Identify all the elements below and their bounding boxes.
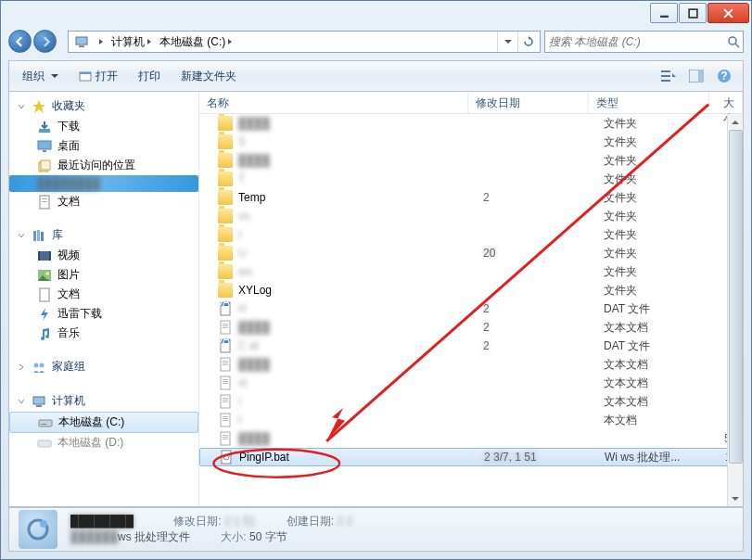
computer-icon — [32, 394, 46, 409]
address-dropdown[interactable] — [497, 32, 517, 52]
video-icon — [37, 248, 52, 263]
new-folder-button[interactable]: 新建文件夹 — [173, 65, 244, 88]
document-icon — [37, 195, 52, 210]
titlebar — [1, 1, 751, 27]
nav-buttons — [8, 29, 64, 55]
sidebar-computer-header[interactable]: 计算机 — [9, 390, 198, 412]
maximize-button[interactable] — [679, 3, 707, 23]
sidebar-item-pictures[interactable]: 图片 — [9, 265, 198, 285]
col-date[interactable]: 修改日期 — [468, 92, 589, 113]
svg-rect-3 — [79, 45, 84, 47]
file-row[interactable]: ████2文本文档 — [199, 318, 743, 337]
file-row[interactable]: Temp2文件夹 — [199, 188, 743, 207]
svg-rect-55 — [223, 383, 228, 384]
nav-row: 计算机 本地磁盘 (C:) — [8, 27, 744, 57]
svg-rect-21 — [42, 201, 47, 202]
svg-rect-67 — [223, 439, 228, 439]
refresh-button[interactable] — [517, 32, 538, 52]
forward-button[interactable] — [33, 30, 57, 53]
sidebar-item-desktop[interactable]: 桌面 — [9, 136, 198, 156]
file-row[interactable]: vo文件夹 — [199, 207, 743, 225]
crumb-drive[interactable]: 本地磁盘 (C:) — [156, 32, 236, 52]
sidebar: 收藏夹 下载 桌面 最近访问的位置 ████████ 文档 库 视频 图片 文档… — [9, 92, 199, 506]
crumb-sep[interactable] — [93, 32, 108, 52]
file-row[interactable]: I文本文档 — [199, 392, 743, 411]
file-row[interactable]: t文件夹 — [199, 225, 743, 244]
minimize-button[interactable] — [650, 3, 678, 23]
svg-rect-15 — [38, 141, 51, 149]
sidebar-item-hidden[interactable]: ████████ — [9, 175, 198, 192]
file-row[interactable]: ████文件夹 — [199, 114, 743, 133]
sidebar-item-documents[interactable]: 文档 — [9, 192, 198, 211]
file-row[interactable]: ████文件夹 — [199, 151, 743, 170]
sidebar-item-videos[interactable]: 视频 — [9, 246, 198, 265]
sidebar-favorites-header[interactable]: 收藏夹 — [9, 95, 198, 117]
svg-rect-51 — [223, 364, 228, 365]
scroll-up-button[interactable] — [728, 114, 743, 130]
help-button[interactable]: ? — [711, 65, 737, 87]
search-icon[interactable] — [724, 35, 743, 48]
svg-rect-42 — [223, 324, 228, 325]
file-row[interactable]: ████54 — [199, 429, 743, 448]
scroll-down-button[interactable] — [728, 490, 743, 506]
sidebar-item-recent[interactable]: 最近访问的位置 — [9, 156, 198, 175]
sidebar-item-downloads[interactable]: 下载 — [9, 117, 198, 136]
back-button[interactable] — [8, 30, 32, 53]
svg-point-29 — [45, 272, 49, 275]
file-row[interactable]: t本文档 — [199, 411, 743, 429]
svg-rect-34 — [36, 405, 42, 407]
svg-point-4 — [729, 37, 736, 45]
svg-point-31 — [34, 363, 39, 367]
search-input[interactable] — [545, 35, 724, 48]
crumb-computer[interactable]: 计算机 — [108, 32, 156, 52]
svg-rect-18 — [41, 160, 50, 170]
file-row[interactable]: DATC at2DAT 文件 — [199, 337, 743, 355]
svg-text:DAT: DAT — [218, 338, 233, 346]
drive-icon — [38, 415, 53, 430]
sidebar-item-thunder[interactable]: 迅雷下载 — [9, 304, 198, 324]
homegroup-icon — [32, 360, 46, 375]
sidebar-homegroup-header[interactable]: 家庭组 — [9, 356, 198, 377]
col-name[interactable]: 名称 — [199, 92, 468, 113]
col-size[interactable]: 大小 — [709, 92, 743, 113]
file-row[interactable]: DATH2DAT 文件 — [199, 299, 743, 318]
organize-button[interactable]: 组织 — [15, 65, 66, 88]
sidebar-library-header[interactable]: 库 — [9, 224, 198, 246]
svg-rect-37 — [38, 440, 51, 447]
svg-rect-9 — [661, 80, 670, 82]
drive-icon — [37, 436, 52, 451]
open-button[interactable]: 打开 — [71, 65, 125, 88]
vertical-scrollbar[interactable] — [727, 114, 743, 506]
star-icon — [32, 99, 46, 114]
svg-rect-33 — [33, 397, 45, 404]
sidebar-item-music[interactable]: 音乐 — [9, 324, 198, 343]
col-type[interactable]: 类型 — [589, 92, 709, 113]
file-row-selected[interactable]: PingIP.bat2 3/7, 1 51Wi ws 批处理...1 K — [199, 448, 743, 466]
column-headers: 名称 修改日期 类型 大小 — [199, 92, 743, 114]
sidebar-item-docs[interactable]: 文档 — [9, 285, 198, 304]
explorer-window: 计算机 本地磁盘 (C:) 组织 打开 打印 新建文件夹 ? 收藏夹 下载 — [0, 0, 752, 560]
file-row[interactable]: S文件夹 — [199, 133, 743, 151]
file-row[interactable]: xt文本文档 — [199, 374, 743, 392]
file-row[interactable]: XYLog文件夹 — [199, 281, 743, 299]
file-thumbnail — [19, 510, 57, 549]
file-list-pane: 名称 修改日期 类型 大小 ████文件夹S文件夹████文件夹T文件夹Temp… — [199, 92, 743, 506]
svg-rect-62 — [223, 418, 228, 419]
search-box[interactable] — [544, 31, 744, 53]
document-icon — [37, 287, 52, 302]
file-row[interactable]: U20文件夹 — [199, 244, 743, 262]
file-row[interactable]: T文件夹 — [199, 170, 743, 188]
file-row[interactable]: ████文本文档 — [199, 355, 743, 374]
scroll-thumb[interactable] — [729, 130, 743, 464]
sidebar-item-drive-c[interactable]: 本地磁盘 (C:) — [9, 412, 198, 433]
file-row[interactable]: ws文件夹 — [199, 262, 743, 281]
preview-pane-button[interactable] — [683, 65, 709, 87]
sidebar-item-drive-d[interactable]: 本地磁盘 (D:) — [9, 433, 198, 452]
print-button[interactable]: 打印 — [131, 65, 168, 88]
toolbar: 组织 打开 打印 新建文件夹 ? — [8, 60, 744, 92]
view-options-button[interactable] — [656, 65, 682, 87]
close-button[interactable] — [707, 3, 749, 23]
svg-rect-0 — [660, 15, 669, 17]
file-list[interactable]: ████文件夹S文件夹████文件夹T文件夹Temp2文件夹vo文件夹t文件夹U… — [199, 114, 743, 506]
address-bar[interactable]: 计算机 本地磁盘 (C:) — [68, 31, 541, 53]
